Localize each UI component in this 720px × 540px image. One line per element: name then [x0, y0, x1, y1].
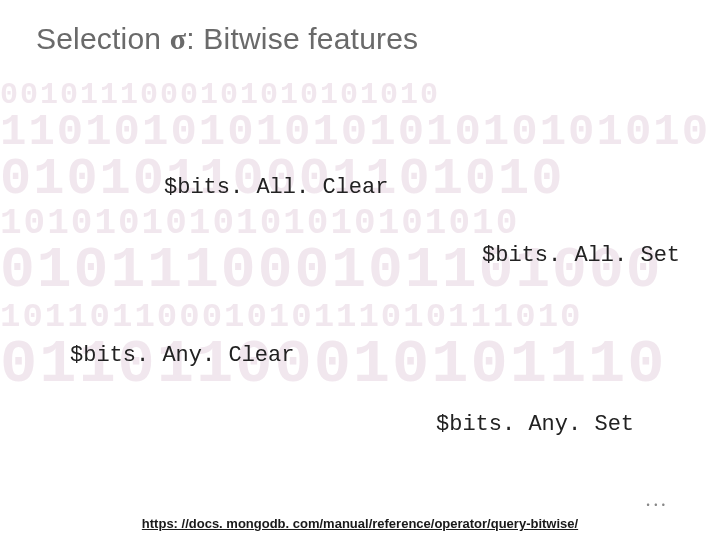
- documentation-link[interactable]: https: //docs. mongodb. com/manual/refer…: [142, 516, 578, 531]
- operator-bits-any-set: $bits. Any. Set: [436, 412, 634, 437]
- operator-bits-all-clear: $bits. All. Clear: [164, 175, 388, 200]
- operator-bits-any-clear: $bits. Any. Clear: [70, 343, 294, 368]
- ellipsis-decoration: • • •: [647, 500, 666, 510]
- operator-bits-all-set: $bits. All. Set: [482, 243, 680, 268]
- footer: https: //docs. mongodb. com/manual/refer…: [0, 514, 720, 532]
- content-area: $bits. All. Clear $bits. All. Set $bits.…: [0, 0, 720, 540]
